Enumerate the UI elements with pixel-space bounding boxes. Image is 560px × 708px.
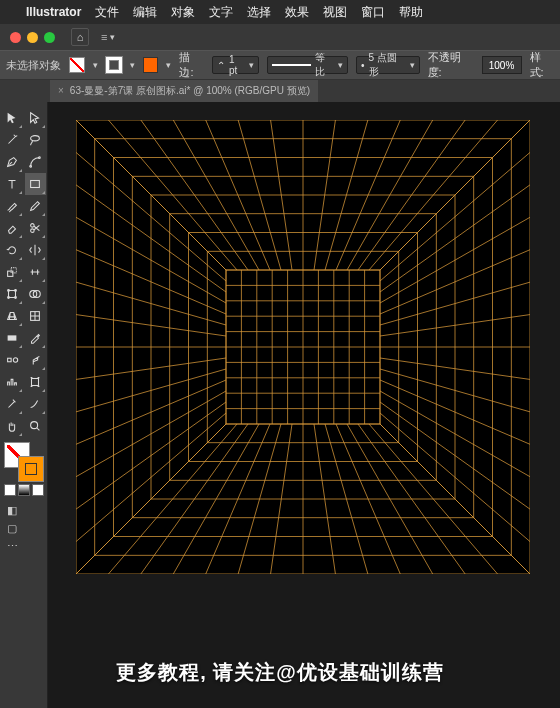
recent-color-swatch[interactable] bbox=[143, 57, 159, 73]
curvature-pen-tool[interactable] bbox=[25, 393, 47, 415]
style-label: 样式: bbox=[530, 50, 554, 80]
selection-status: 未选择对象 bbox=[6, 58, 61, 73]
document-tab-title: 63-曼曼-第7课 原创图标.ai* @ 100% (RGB/GPU 预览) bbox=[70, 84, 310, 98]
menu-object[interactable]: 对象 bbox=[171, 4, 195, 21]
paintbrush-tool[interactable] bbox=[1, 195, 23, 217]
app-titlebar: ⌂ ≡ ▾ bbox=[0, 24, 560, 50]
color-mode-none[interactable] bbox=[32, 484, 44, 496]
window-close-icon[interactable] bbox=[10, 32, 21, 43]
type-tool[interactable] bbox=[1, 173, 23, 195]
shape-builder-tool[interactable] bbox=[25, 283, 47, 305]
scissors-tool[interactable] bbox=[25, 217, 47, 239]
window-minimize-icon[interactable] bbox=[27, 32, 38, 43]
artboard[interactable] bbox=[76, 120, 530, 574]
lasso-tool[interactable] bbox=[25, 129, 47, 151]
fill-stroke-swatches[interactable] bbox=[4, 442, 44, 482]
control-panel: 未选择对象 ▾ ▾ ▾ 描边: ⌃1 pt▾ 等比▾ •5 点圆形▾ 不透明度:… bbox=[0, 50, 560, 80]
menu-edit[interactable]: 编辑 bbox=[133, 4, 157, 21]
svg-rect-16 bbox=[7, 335, 16, 340]
tutorial-caption: 更多教程, 请关注@优设基础训练营 bbox=[0, 659, 560, 686]
tools-panel: ◧ ▢ ⋯ bbox=[0, 102, 48, 708]
document-tabs: × 63-曼曼-第7课 原创图标.ai* @ 100% (RGB/GPU 预览) bbox=[0, 80, 560, 102]
edit-toolbar-icon[interactable]: ⋯ bbox=[4, 538, 20, 554]
menu-file[interactable]: 文件 bbox=[95, 4, 119, 21]
stroke-dropdown-icon[interactable]: ▾ bbox=[130, 60, 135, 70]
magic-wand-tool[interactable] bbox=[1, 129, 23, 151]
blend-tool[interactable] bbox=[1, 349, 23, 371]
stroke-weight-field[interactable]: ⌃1 pt▾ bbox=[212, 56, 259, 74]
screen-mode-icon[interactable]: ▢ bbox=[4, 520, 20, 536]
symbol-sprayer-tool[interactable] bbox=[25, 349, 47, 371]
pencil-tool[interactable] bbox=[25, 195, 47, 217]
canvas[interactable] bbox=[48, 102, 560, 708]
hand-tool[interactable] bbox=[1, 415, 23, 437]
gradient-tool[interactable] bbox=[1, 327, 23, 349]
reflect-tool[interactable] bbox=[25, 239, 47, 261]
svg-point-0 bbox=[31, 136, 40, 141]
color-mode-buttons bbox=[4, 484, 47, 496]
curvature-tool[interactable] bbox=[25, 151, 47, 173]
perspective-grid-artwork bbox=[76, 120, 530, 574]
slice-tool[interactable] bbox=[1, 393, 23, 415]
menu-type[interactable]: 文字 bbox=[209, 4, 233, 21]
eraser-tool[interactable] bbox=[1, 217, 23, 239]
zoom-tool[interactable] bbox=[25, 415, 47, 437]
svg-point-5 bbox=[31, 229, 35, 233]
svg-point-20 bbox=[31, 422, 38, 429]
fill-dropdown-icon[interactable]: ▾ bbox=[93, 60, 98, 70]
home-button[interactable]: ⌂ bbox=[71, 28, 89, 46]
pen-tool[interactable] bbox=[1, 151, 23, 173]
menu-effect[interactable]: 效果 bbox=[285, 4, 309, 21]
menu-window[interactable]: 窗口 bbox=[361, 4, 385, 21]
selection-tool[interactable] bbox=[1, 107, 23, 129]
stroke-color-swatch[interactable] bbox=[18, 456, 44, 482]
svg-point-4 bbox=[31, 224, 35, 228]
rectangle-tool[interactable] bbox=[25, 173, 47, 195]
opacity-field[interactable] bbox=[482, 56, 522, 74]
eyedropper-tool[interactable] bbox=[25, 327, 47, 349]
opacity-label: 不透明度: bbox=[428, 50, 474, 80]
color-mode-solid[interactable] bbox=[4, 484, 16, 496]
scale-tool[interactable] bbox=[1, 261, 23, 283]
brush-definition[interactable]: •5 点圆形▾ bbox=[356, 56, 420, 74]
svg-rect-7 bbox=[11, 268, 16, 273]
stroke-label[interactable]: 描边: bbox=[179, 50, 203, 80]
direct-selection-tool[interactable] bbox=[25, 107, 47, 129]
menu-view[interactable]: 视图 bbox=[323, 4, 347, 21]
menu-help[interactable]: 帮助 bbox=[399, 4, 423, 21]
workspace-switcher[interactable]: ≡ ▾ bbox=[101, 31, 115, 43]
app-menu[interactable]: Illustrator bbox=[26, 5, 81, 19]
os-menubar: Illustrator 文件 编辑 对象 文字 选择 效果 视图 窗口 帮助 bbox=[0, 0, 560, 24]
column-graph-tool[interactable] bbox=[1, 371, 23, 393]
svg-rect-8 bbox=[8, 291, 15, 298]
workspace: ◧ ▢ ⋯ bbox=[0, 102, 560, 708]
menu-select[interactable]: 选择 bbox=[247, 4, 271, 21]
svg-point-18 bbox=[13, 358, 17, 362]
close-tab-icon[interactable]: × bbox=[58, 85, 64, 96]
fill-swatch[interactable] bbox=[69, 57, 85, 73]
stroke-swatch[interactable] bbox=[106, 57, 122, 73]
free-transform-tool[interactable] bbox=[1, 283, 23, 305]
window-zoom-icon[interactable] bbox=[44, 32, 55, 43]
mesh-tool[interactable] bbox=[25, 305, 47, 327]
svg-rect-3 bbox=[31, 181, 40, 188]
color-mode-gradient[interactable] bbox=[18, 484, 30, 496]
svg-rect-17 bbox=[7, 358, 11, 362]
draw-normal-icon[interactable]: ◧ bbox=[4, 502, 20, 518]
svg-rect-6 bbox=[7, 271, 12, 276]
document-tab[interactable]: × 63-曼曼-第7课 原创图标.ai* @ 100% (RGB/GPU 预览) bbox=[50, 80, 318, 102]
recent-color-dropdown-icon[interactable]: ▾ bbox=[166, 60, 171, 70]
svg-rect-19 bbox=[32, 379, 39, 386]
perspective-grid-tool[interactable] bbox=[1, 305, 23, 327]
variable-width-profile[interactable]: 等比▾ bbox=[267, 56, 348, 74]
width-tool[interactable] bbox=[25, 261, 47, 283]
rotate-tool[interactable] bbox=[1, 239, 23, 261]
artboard-tool[interactable] bbox=[25, 371, 47, 393]
